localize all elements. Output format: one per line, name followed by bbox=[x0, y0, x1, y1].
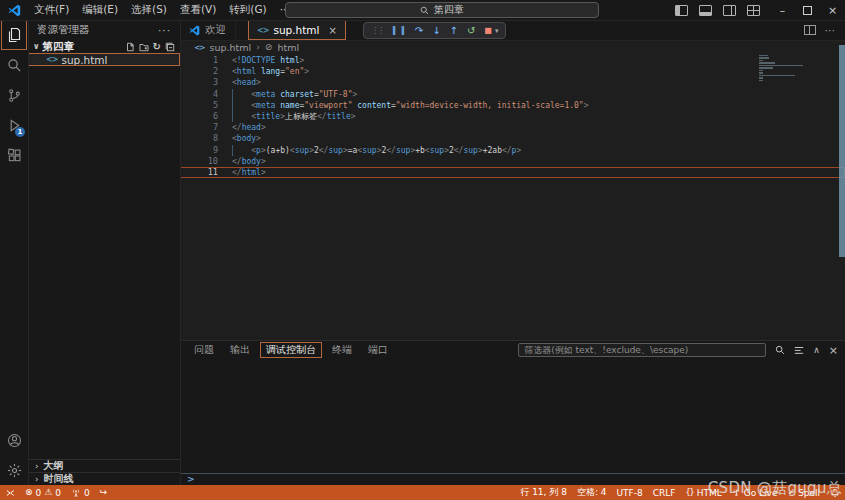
line-number[interactable]: 8 bbox=[180, 133, 232, 144]
activity-explorer[interactable] bbox=[1, 20, 27, 50]
maximize-panel-icon[interactable]: ∧ bbox=[813, 345, 820, 355]
tab-sup-html[interactable]: <> sup.html × bbox=[248, 20, 346, 40]
file-item-sup-html[interactable]: <> sup.html bbox=[28, 53, 180, 66]
step-over-icon[interactable]: ↷ bbox=[415, 26, 423, 36]
outline-section[interactable]: › 大纲 bbox=[28, 459, 180, 472]
code-line-4[interactable]: 4 <meta charset="UTF-8"> bbox=[180, 89, 845, 100]
launch-status[interactable]: ↪ bbox=[95, 485, 113, 500]
panel-tab-0[interactable]: 问题 bbox=[188, 342, 220, 358]
code-line-5[interactable]: 5 <meta name="viewport" content="width=d… bbox=[180, 100, 845, 111]
problems-status[interactable]: ⊗ 0 ⚠ 0 bbox=[20, 485, 66, 500]
toggle-panel-icon[interactable] bbox=[699, 5, 712, 16]
line-number[interactable]: 9 bbox=[180, 145, 232, 156]
minimize-button[interactable]: – bbox=[770, 0, 795, 20]
menu-item-3[interactable]: 查看(V) bbox=[174, 2, 222, 18]
vscode-window: 文件(F)编辑(E)选择(S)查看(V)转到(G)··· ← → 第四章 – × bbox=[0, 0, 845, 500]
code-editor[interactable]: 1<!DOCTYPE html>2<html lang="en">3<head>… bbox=[180, 52, 845, 340]
eol-status[interactable]: CRLF bbox=[648, 485, 681, 500]
indentation-status[interactable]: 空格: 4 bbox=[572, 485, 612, 500]
new-file-icon[interactable] bbox=[125, 42, 135, 52]
code-line-10[interactable]: 10</body> bbox=[180, 156, 845, 167]
code-line-7[interactable]: 7</head> bbox=[180, 122, 845, 133]
maximize-button[interactable] bbox=[795, 0, 820, 20]
activity-run-debug[interactable]: 1 bbox=[1, 110, 27, 140]
minimap-line bbox=[759, 67, 773, 68]
toggle-sidebar-icon[interactable] bbox=[675, 5, 688, 16]
activity-search[interactable] bbox=[1, 50, 27, 80]
minimap[interactable] bbox=[759, 55, 829, 82]
step-out-icon[interactable]: ↑ bbox=[450, 26, 458, 36]
line-content: </head> bbox=[232, 122, 266, 133]
refresh-icon[interactable]: ↻ bbox=[153, 41, 161, 52]
folder-section-header[interactable]: ∨ 第四章 ↻ bbox=[28, 40, 180, 53]
toggle-secondary-sidebar-icon[interactable] bbox=[723, 5, 736, 16]
ports-status[interactable]: 0 bbox=[66, 485, 95, 500]
menu-item-1[interactable]: 编辑(E) bbox=[76, 2, 124, 18]
step-into-icon[interactable]: ↓ bbox=[432, 26, 440, 36]
code-line-2[interactable]: 2<html lang="en"> bbox=[180, 66, 845, 77]
code-line-8[interactable]: 8<body> bbox=[180, 133, 845, 144]
encoding-status[interactable]: UTF-8 bbox=[612, 485, 648, 500]
line-number[interactable]: 5 bbox=[180, 100, 232, 111]
tab-label: 欢迎 bbox=[205, 23, 226, 37]
new-folder-icon[interactable] bbox=[139, 42, 149, 52]
panel-tab-1[interactable]: 输出 bbox=[224, 342, 256, 358]
line-col-label: 行 11, 列 8 bbox=[520, 486, 567, 499]
restart-icon[interactable]: ↺ bbox=[467, 26, 475, 36]
close-panel-icon[interactable]: × bbox=[829, 344, 838, 357]
panel-tab-3[interactable]: 终端 bbox=[326, 342, 358, 358]
line-number[interactable]: 10 bbox=[180, 156, 232, 167]
pause-icon[interactable]: ‖ ‖ bbox=[392, 27, 406, 35]
radio-tower-icon bbox=[71, 488, 81, 498]
split-editor-icon[interactable] bbox=[804, 25, 816, 35]
activity-extensions[interactable] bbox=[1, 140, 27, 170]
line-number[interactable]: 1 bbox=[180, 55, 232, 66]
code-icon: <> bbox=[194, 43, 205, 52]
menu-item-0[interactable]: 文件(F) bbox=[28, 2, 75, 18]
line-number[interactable]: 4 bbox=[180, 89, 232, 100]
panel-tab-4[interactable]: 端口 bbox=[362, 342, 394, 358]
account-button[interactable] bbox=[1, 425, 27, 455]
code-line-6[interactable]: 6 <title>上标标签</title> bbox=[180, 111, 845, 122]
explorer-toolbar: ↻ bbox=[125, 41, 175, 52]
sidebar-more-actions-icon[interactable]: ··· bbox=[158, 24, 171, 36]
panel-tab-2[interactable]: 调试控制台 bbox=[260, 342, 322, 358]
code-line-1[interactable]: 1<!DOCTYPE html> bbox=[180, 55, 845, 66]
line-number[interactable]: 2 bbox=[180, 66, 232, 77]
breadcrumb-file[interactable]: sup.html bbox=[210, 42, 252, 53]
code-line-11[interactable]: 11</html> bbox=[180, 167, 845, 178]
code-line-9[interactable]: 9 <p>(a+b)<sup>2</sup>=a<sup>2</sup>+b<s… bbox=[180, 145, 845, 156]
line-number[interactable]: 3 bbox=[180, 77, 232, 88]
customize-layout-icon[interactable] bbox=[747, 5, 760, 16]
close-button[interactable]: × bbox=[820, 0, 845, 20]
remote-indicator[interactable] bbox=[0, 485, 20, 500]
settings-button[interactable] bbox=[1, 455, 27, 485]
timeline-section[interactable]: › 时间线 bbox=[28, 472, 180, 485]
line-number[interactable]: 11 bbox=[180, 167, 232, 178]
filter-input[interactable] bbox=[518, 343, 766, 357]
dropdown-icon[interactable]: ▾ bbox=[495, 27, 499, 35]
code-line-3[interactable]: 3<head> bbox=[180, 77, 845, 88]
tab-welcome[interactable]: 欢迎 bbox=[180, 20, 236, 40]
command-center-search[interactable]: 第四章 bbox=[285, 2, 599, 18]
debug-toolbar: ⋮⋮ ‖ ‖ ↷ ↓ ↑ ↺ ■ ▾ bbox=[363, 22, 506, 39]
editor-group: 欢迎 <> sup.html × ··· ⋮⋮ ‖ ‖ ↷ ↓ ↑ ↺ ■ ▾ … bbox=[180, 20, 845, 340]
breadcrumb-symbol[interactable]: html bbox=[277, 42, 299, 53]
collapse-all-icon[interactable] bbox=[165, 42, 175, 52]
drag-handle-icon[interactable]: ⋮⋮ bbox=[371, 26, 383, 35]
close-tab-icon[interactable]: × bbox=[328, 25, 336, 36]
launch-icon: ↪ bbox=[100, 488, 108, 497]
more-actions-icon[interactable]: ··· bbox=[825, 24, 836, 37]
search-icon[interactable] bbox=[775, 345, 785, 355]
cursor-position[interactable]: 行 11, 列 8 bbox=[515, 485, 572, 500]
editor-actions: ··· bbox=[804, 20, 845, 40]
stop-icon[interactable]: ■ bbox=[484, 27, 492, 35]
menu-item-2[interactable]: 选择(S) bbox=[125, 2, 173, 18]
menu-item-4[interactable]: 转到(G) bbox=[223, 2, 272, 18]
activity-source-control[interactable] bbox=[1, 80, 27, 110]
line-number[interactable]: 7 bbox=[180, 122, 232, 133]
activity-bar: 1 bbox=[0, 20, 29, 485]
scrollbar[interactable] bbox=[839, 45, 845, 257]
clear-console-icon[interactable] bbox=[794, 345, 804, 355]
line-number[interactable]: 6 bbox=[180, 111, 232, 122]
